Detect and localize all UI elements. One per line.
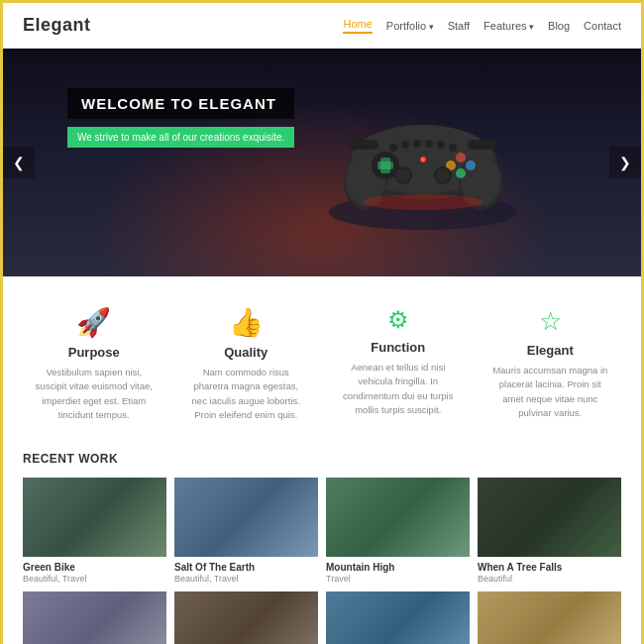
feature-function-title: Function (337, 340, 460, 355)
svg-point-13 (466, 161, 476, 170)
hero-prev-button[interactable]: ❮ (3, 147, 35, 178)
svg-point-25 (413, 140, 421, 148)
features-section: 🚀 Purpose Vestibulum sapien nisi, suscip… (3, 276, 641, 442)
nav-staff[interactable]: Staff (448, 20, 470, 32)
svg-point-15 (456, 168, 466, 178)
work-thumbnail (174, 591, 318, 644)
feature-quality-title: Quality (185, 345, 308, 360)
work-thumbnail (23, 591, 166, 644)
work-item-name: Salt Of The Earth (174, 562, 318, 573)
work-item-tags: Beautiful, Travel (174, 574, 318, 584)
work-thumbnail (478, 478, 621, 557)
star-icon: ☆ (489, 306, 612, 337)
nav-portfolio[interactable]: Portfolio (386, 20, 434, 32)
svg-point-26 (425, 140, 433, 148)
work-image (174, 591, 318, 644)
work-item[interactable]: When A Tree Falls Beautiful (478, 478, 621, 584)
hero-next-button[interactable]: ❯ (609, 147, 641, 178)
work-item[interactable]: Here Comes The Sun Surreal, Unique (478, 591, 621, 644)
work-item[interactable]: Mountain High Travel (326, 478, 470, 584)
hero-title: WELCOME TO ELEGANT (67, 88, 294, 119)
svg-rect-7 (349, 140, 378, 150)
nav-home[interactable]: Home (343, 18, 372, 34)
thumbsup-icon: 👍 (185, 306, 308, 339)
feature-elegant-title: Elegant (489, 343, 612, 358)
svg-point-27 (437, 141, 445, 149)
feature-elegant: ☆ Elegant Mauris accumsan magna in place… (480, 306, 622, 422)
work-thumbnail (326, 591, 470, 644)
feature-purpose: 🚀 Purpose Vestibulum sapien nisi, suscip… (23, 306, 165, 422)
svg-point-28 (449, 144, 457, 152)
svg-point-23 (389, 144, 397, 152)
svg-point-19 (436, 168, 450, 182)
feature-quality-desc: Nam commodo risus pharetra magna egestas… (185, 366, 308, 422)
work-item-tags: Beautiful, Travel (23, 574, 166, 584)
feature-function: ⚙ Function Aenean et tellus id nisi vehi… (327, 306, 470, 422)
work-thumbnail (23, 478, 166, 557)
nav-blog[interactable]: Blog (548, 20, 570, 32)
nav-contact[interactable]: Contact (584, 20, 621, 32)
feature-quality: 👍 Quality Nam commodo risus pharetra mag… (175, 306, 318, 422)
main-nav: Home Portfolio Staff Features Blog Conta… (343, 18, 621, 34)
hero-background (3, 49, 641, 276)
work-image (478, 478, 621, 557)
work-image (326, 591, 470, 644)
feature-purpose-title: Purpose (33, 345, 156, 360)
work-item[interactable]: Dream On Beautiful, Travel (23, 591, 166, 644)
work-thumbnail (174, 478, 318, 557)
recent-work-title: RECENT WORK (23, 452, 621, 466)
work-image (23, 478, 166, 557)
svg-rect-11 (377, 161, 393, 169)
work-item[interactable]: Like A Glove Surreal, Travel (174, 591, 318, 644)
work-item-name: Green Bike (23, 562, 166, 573)
svg-point-22 (364, 194, 483, 210)
hero-content: WELCOME TO ELEGANT We strive to make all… (67, 88, 294, 148)
svg-point-17 (396, 168, 410, 182)
rocket-icon: 🚀 (33, 306, 156, 339)
hero-controller-image (324, 58, 522, 241)
svg-point-21 (421, 158, 425, 161)
work-item[interactable]: Green Bike Beautiful, Travel (23, 478, 166, 584)
header: Elegant Home Portfolio Staff Features Bl… (3, 3, 641, 49)
work-item-name: When A Tree Falls (478, 562, 621, 573)
gear-icon: ⚙ (337, 306, 460, 334)
nav-features[interactable]: Features (483, 20, 534, 32)
svg-point-24 (401, 141, 409, 149)
work-image (326, 478, 470, 557)
hero-subtitle: We strive to make all of our creations e… (67, 127, 294, 148)
work-item-tags: Travel (326, 574, 470, 584)
work-image (23, 591, 166, 644)
work-thumbnail (478, 591, 621, 644)
feature-function-desc: Aenean et tellus id nisi vehicula fringi… (337, 361, 460, 417)
feature-purpose-desc: Vestibulum sapien nisi, suscipit vitae e… (33, 366, 156, 422)
recent-work-section: RECENT WORK Green Bike Beautiful, Travel… (3, 442, 641, 644)
svg-point-12 (456, 153, 466, 162)
hero-section: ❮ WELCOME TO ELEGANT We strive to make a… (3, 49, 641, 276)
work-thumbnail (326, 478, 470, 557)
work-item-name: Mountain High (326, 562, 470, 573)
work-grid: Green Bike Beautiful, Travel Salt Of The… (23, 478, 621, 644)
work-image (174, 478, 318, 557)
feature-elegant-desc: Mauris accumsan magna in placerat lacini… (489, 364, 612, 420)
work-image (478, 591, 621, 644)
work-item-tags: Beautiful (478, 574, 621, 584)
work-item[interactable]: On The Water Beautiful (326, 591, 470, 644)
logo: Elegant (23, 15, 91, 36)
work-item[interactable]: Salt Of The Earth Beautiful, Travel (174, 478, 318, 584)
svg-rect-8 (468, 140, 497, 150)
